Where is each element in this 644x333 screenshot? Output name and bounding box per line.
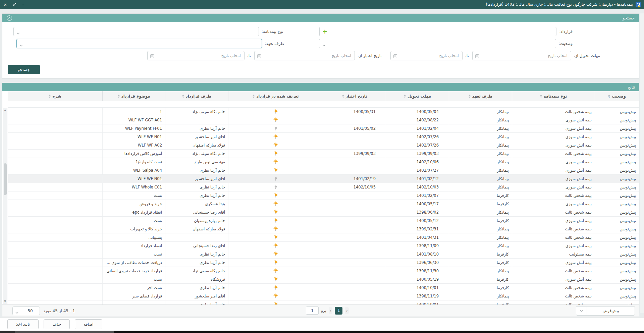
table-row[interactable]: پیش‌نویسبیمه شخص ثالثپیمانکار1399/02/31ف…	[8, 225, 639, 233]
validity-from-input[interactable]	[255, 51, 355, 60]
table-row[interactable]: پیش‌نویسبیمه آتش سوزیپیمانکار1402/08/22W…	[8, 116, 639, 124]
validity-from-datepicker[interactable]	[254, 51, 355, 60]
sort-icon[interactable]	[253, 95, 255, 98]
table-row[interactable]: پیش‌نویسبیمه آتش سوزیپیمانکار1402/07/26ف…	[8, 141, 639, 150]
sort-icon[interactable]	[540, 95, 542, 98]
cell-defined[interactable]	[228, 300, 323, 305]
cell-defined[interactable]	[228, 208, 323, 216]
page-size-select[interactable]: 50	[12, 307, 40, 315]
cell-defined[interactable]	[228, 183, 323, 191]
next-page-icon[interactable]: ›	[345, 307, 349, 314]
cell-defined[interactable]	[228, 217, 323, 225]
table-row[interactable]: پیش‌نویسبیمه شخص ثالثکارفرما1400/10/01خا…	[8, 284, 639, 292]
table-row[interactable]: پیش‌نویسبیمه آتش سوزیپیمانکار1402/07/27خ…	[8, 166, 639, 175]
collapse-section-icon[interactable]	[7, 15, 12, 21]
table-row[interactable]: پیش‌نویسبیمه شخص ثالثپیمانکار1398/11/30خ…	[8, 267, 639, 275]
cell-defined[interactable]	[228, 133, 323, 141]
close-icon[interactable]: ×	[3, 2, 7, 7]
previous-page-icon[interactable]: ‹	[329, 307, 333, 314]
current-page-button[interactable]: 1	[335, 307, 342, 315]
deadline-from-datepicker[interactable]	[472, 51, 571, 60]
cell-defined[interactable]	[228, 284, 323, 292]
table-row[interactable]: پیش‌نویسبیمه آتش سوزیکارفرما1396/06/30خا…	[8, 259, 639, 267]
table-row[interactable]: پیش‌نویسبیمه شخص ثالثپیمانکار1398/06/02آ…	[8, 208, 639, 217]
column-header[interactable]: موضوع قرارداد	[102, 91, 165, 101]
cell-defined[interactable]	[228, 150, 323, 158]
table-row[interactable]: پیش‌نویسبیمه شخص ثالثپیمانکار1401/04/31پ…	[8, 233, 639, 242]
contract-input[interactable]	[330, 27, 556, 36]
sort-icon[interactable]	[608, 95, 610, 98]
cell-defined[interactable]	[228, 233, 323, 241]
scroll-up-icon[interactable]: ▲	[3, 108, 7, 113]
minimize-icon[interactable]: –	[22, 2, 24, 7]
table-row[interactable]: پیش‌نویسبیمه آتش سوزیپیمانکار1401/02/041…	[8, 124, 639, 133]
column-header[interactable]: شرح	[8, 91, 102, 101]
table-row[interactable]: پیش‌نویسبیمه شخص ثالثپیمانکار1400/05/041…	[8, 108, 639, 116]
sort-icon[interactable]	[469, 95, 471, 98]
sort-icon[interactable]	[118, 95, 120, 98]
cell-defined[interactable]	[228, 200, 323, 208]
table-row[interactable]: پیش‌نویسبیمه شخص ثالثپیمانکار1398/11/19آ…	[8, 292, 639, 300]
sort-icon[interactable]	[342, 95, 344, 98]
cell-defined[interactable]	[228, 175, 323, 183]
cell-defined[interactable]	[228, 124, 323, 132]
column-header[interactable]: وضعیت	[595, 91, 639, 101]
cell-defined[interactable]	[228, 267, 323, 275]
sort-icon[interactable]	[404, 95, 406, 98]
default-view-dropdown[interactable]: پیش‌فرض	[576, 306, 635, 316]
obligation-party-select[interactable]	[16, 39, 262, 48]
deadline-to-input[interactable]	[391, 51, 462, 60]
table-row[interactable]: پیش‌نویسبیمه آتش سوزیکارفرما1400/05/17بن…	[8, 200, 639, 208]
table-row[interactable]: پیش‌نویسبیمه آتش سوزیپیمانکار1398/11/09آ…	[8, 242, 639, 250]
table-row[interactable]: پیش‌نویسبیمه مسئولیتکارفرما1401/08/10خان…	[8, 250, 639, 259]
cell-defined[interactable]	[228, 158, 323, 166]
scroll-down-icon[interactable]: ▼	[3, 299, 7, 304]
status-select[interactable]	[319, 39, 556, 48]
cell-defined[interactable]	[228, 250, 323, 258]
cell-defined[interactable]	[228, 275, 323, 283]
cell-defined[interactable]	[228, 108, 323, 116]
column-header[interactable]: نوع بیمه‌نامه	[512, 91, 595, 101]
deadline-to-datepicker[interactable]	[390, 51, 463, 60]
add-button[interactable]: اضافه	[75, 319, 102, 329]
search-button[interactable]: جستجو	[8, 65, 40, 74]
column-header[interactable]: طرف تعهد	[449, 91, 512, 101]
goto-page-input[interactable]	[306, 307, 319, 315]
sort-icon[interactable]	[49, 95, 51, 98]
table-row[interactable]: پیش‌نویسبیمه آتش سوزیکارفرما1400/05/12خا…	[8, 217, 639, 225]
validity-to-input[interactable]	[148, 51, 244, 60]
delete-button[interactable]: حذف	[44, 319, 70, 329]
table-row[interactable]: پیش‌نویسبیمه آتش سوزیکارفرما1400/05/19فر…	[8, 275, 639, 284]
cell-defined[interactable]	[228, 292, 323, 300]
table-row[interactable]: پیش‌نویسبیمه شخص ثالثکارفرما1400/10/01خا…	[8, 300, 639, 305]
validity-to-datepicker[interactable]	[147, 51, 245, 60]
app-logo-icon	[635, 1, 641, 7]
cell-type: بیمه آتش سوزی	[512, 217, 595, 225]
table-row[interactable]: پیش‌نویسبیمه آتش سوزیپیمانکار1402/10/031…	[8, 183, 639, 191]
vertical-scrollbar[interactable]: ▲ ▼	[3, 108, 7, 304]
cell-defined[interactable]	[228, 141, 323, 149]
cell-defined[interactable]	[228, 259, 323, 267]
column-header[interactable]: مهلت تحویل	[386, 91, 449, 101]
cell-defined[interactable]	[228, 242, 323, 250]
table-row[interactable]: پیش‌نویسبیمه آتش سوزیپیمانکار1401/02/121…	[8, 175, 639, 183]
cell-defined[interactable]	[228, 166, 323, 174]
scrollbar-thumb[interactable]	[4, 163, 7, 195]
maximize-icon[interactable]	[13, 2, 16, 7]
table-body: پیش‌نویسبیمه شخص ثالثپیمانکار1400/05/041…	[8, 108, 639, 305]
column-header[interactable]: تاریخ اعتبار	[323, 91, 386, 101]
policy-type-select[interactable]	[13, 27, 259, 36]
cell-defined[interactable]	[228, 116, 323, 124]
table-row[interactable]: پیش‌نویسبیمه آتش سوزیپیمانکار1402/10/06م…	[8, 158, 639, 166]
table-row[interactable]: پیش‌نویسبیمه شخص ثالثکارفرما1401/02/07خا…	[8, 191, 639, 200]
column-header[interactable]: تعریف شده در قرارداد	[228, 91, 323, 101]
deadline-from-input[interactable]	[473, 51, 571, 60]
cell-defined[interactable]	[228, 191, 323, 200]
column-header[interactable]: طرف قرارداد	[165, 91, 228, 101]
table-row[interactable]: پیش‌نویسبیمه آتش سوزیپیمانکار1402/07/26آ…	[8, 133, 639, 141]
cell-defined[interactable]	[228, 225, 323, 233]
confirm-acquire-button[interactable]: تایید اخذ	[7, 319, 39, 329]
table-row[interactable]: پیش‌نویسبیمه شخص ثالثپیمانکار1399/09/031…	[8, 150, 639, 158]
sort-icon[interactable]	[182, 95, 184, 98]
add-contract-icon[interactable]: +	[319, 27, 330, 36]
